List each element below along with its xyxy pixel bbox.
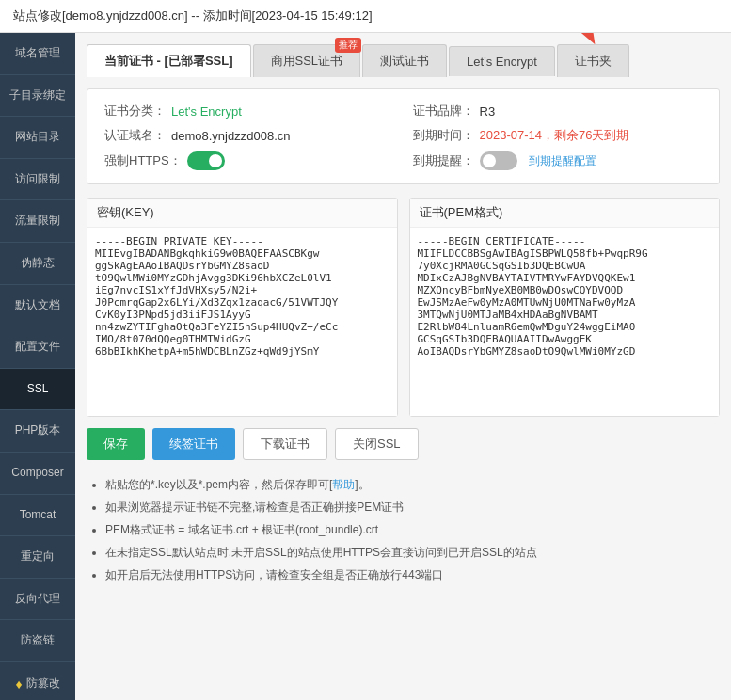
sidebar-item-config-file[interactable]: 配置文件 [0, 326, 75, 369]
expiry-value: 2023-07-14，剩余76天到期 [480, 127, 629, 144]
sidebar-item-ssl[interactable]: SSL [0, 369, 75, 411]
sidebar-item-php-version[interactable]: PHP版本 [0, 410, 75, 453]
key-textarea[interactable] [87, 228, 397, 416]
note-item: PEM格式证书 = 域名证书.crt + 根证书(root_bundle).cr… [105, 518, 720, 541]
sidebar-item-subdir-bind[interactable]: 子目录绑定 [0, 75, 75, 118]
title-bar: 站点修改[demo8.ynjdzzd008.cn] -- 添加时间[2023-0… [0, 0, 731, 33]
sidebar-item-pseudo-static[interactable]: 伪静态 [0, 243, 75, 285]
auth-domain-label: 认证域名： [104, 127, 166, 144]
renew-button[interactable]: 续签证书 [152, 428, 235, 460]
sidebar: 域名管理 子目录绑定 网站目录 访问限制 流量限制 伪静态 默认文档 配置文件 … [0, 33, 75, 700]
notes-list: 粘贴您的*.key以及*.pem内容，然后保存即可[帮助]。 如果浏览器提示证书… [87, 473, 720, 586]
reminder-config-link[interactable]: 到期提醒配置 [529, 153, 596, 169]
tab-current-cert[interactable]: 当前证书 - [已部署SSL] [87, 44, 251, 77]
force-https-row: 强制HTTPS： [104, 151, 394, 170]
title-text: 站点修改[demo8.ynjdzzd008.cn] -- 添加时间[2023-0… [13, 8, 373, 23]
sidebar-item-tamper-proof[interactable]: ♦ 防篡改 [0, 662, 75, 700]
cert-type-label: 证书分类： [104, 103, 166, 119]
cert-type-value: Let's Encrypt [171, 104, 242, 119]
note-item: 粘贴您的*.key以及*.pem内容，然后保存即可[帮助]。 [105, 473, 720, 496]
info-panel: 证书分类： Let's Encrypt 证书品牌： R3 认证域名： demo8… [87, 88, 720, 184]
note-item: 在未指定SSL默认站点时,未开启SSL的站点使用HTTPS会直接访问到已开启SS… [105, 541, 720, 564]
key-content [87, 228, 397, 416]
help-link[interactable]: 帮助 [332, 478, 355, 491]
sidebar-item-hotlink[interactable]: 防盗链 [0, 620, 75, 662]
cert-content [410, 228, 720, 416]
auth-domain-value: demo8.ynjdzzd008.cn [171, 129, 290, 143]
sidebar-item-domain-mgmt[interactable]: 域名管理 [0, 33, 75, 75]
force-https-toggle[interactable] [187, 151, 225, 170]
button-row: 保存 续签证书 下载证书 关闭SSL [87, 428, 720, 460]
tab-test-cert[interactable]: 测试证书 [362, 44, 447, 77]
reminder-row: 到期提醒： 到期提醒配置 [413, 151, 703, 170]
tab-cert-folder[interactable]: 证书夹 [557, 44, 629, 77]
reminder-label: 到期提醒： [413, 152, 474, 169]
auth-domain-row: 认证域名： demo8.ynjdzzd008.cn [104, 127, 394, 144]
cert-box: 证书(PEM格式) [409, 198, 721, 417]
sidebar-item-composer[interactable]: Composer [0, 453, 75, 495]
tab-bar: 当前证书 - [已部署SSL] 商用SSL证书 测试证书 Let's Encry… [87, 44, 720, 77]
note-item: 如果浏览器提示证书链不完整,请检查是否正确拼接PEM证书 [105, 496, 720, 518]
sidebar-item-access-limit[interactable]: 访问限制 [0, 159, 75, 201]
expiry-label: 到期时间： [413, 127, 474, 144]
sidebar-item-redirect[interactable]: 重定向 [0, 536, 75, 579]
download-button[interactable]: 下载证书 [243, 428, 327, 460]
cert-header: 证书(PEM格式) [410, 199, 720, 228]
sidebar-item-default-doc[interactable]: 默认文档 [0, 285, 75, 327]
reminder-toggle[interactable] [480, 151, 517, 170]
note-item: 如开启后无法使用HTTPS访问，请检查安全组是否正确放行443端口 [105, 564, 720, 586]
key-header: 密钥(KEY) [87, 199, 397, 228]
diamond-icon: ♦ [15, 676, 22, 692]
key-box: 密钥(KEY) [87, 198, 398, 417]
cert-brand-label: 证书品牌： [413, 103, 474, 119]
force-https-label: 强制HTTPS： [104, 152, 182, 169]
sidebar-item-traffic-limit[interactable]: 流量限制 [0, 200, 75, 243]
key-cert-section: 密钥(KEY) 证书(PEM格式) [87, 198, 720, 417]
sidebar-item-website-dir[interactable]: 网站目录 [0, 117, 75, 159]
tab-commercial-ssl[interactable]: 商用SSL证书 [253, 44, 361, 77]
sidebar-item-reverse-proxy[interactable]: 反向代理 [0, 579, 75, 621]
expiry-row: 到期时间： 2023-07-14，剩余76天到期 [413, 127, 703, 144]
sidebar-item-tomcat[interactable]: Tomcat [0, 495, 75, 537]
cert-brand-row: 证书品牌： R3 [413, 103, 703, 119]
tab-lets-encrypt[interactable]: Let's Encrypt [449, 46, 555, 76]
cert-brand-value: R3 [480, 104, 496, 119]
cert-textarea[interactable] [410, 228, 720, 416]
cert-type-row: 证书分类： Let's Encrypt [104, 103, 394, 119]
save-button[interactable]: 保存 [87, 428, 145, 460]
content-area: 当前证书 - [已部署SSL] 商用SSL证书 测试证书 Let's Encry… [75, 33, 731, 700]
close-ssl-button[interactable]: 关闭SSL [335, 428, 419, 460]
